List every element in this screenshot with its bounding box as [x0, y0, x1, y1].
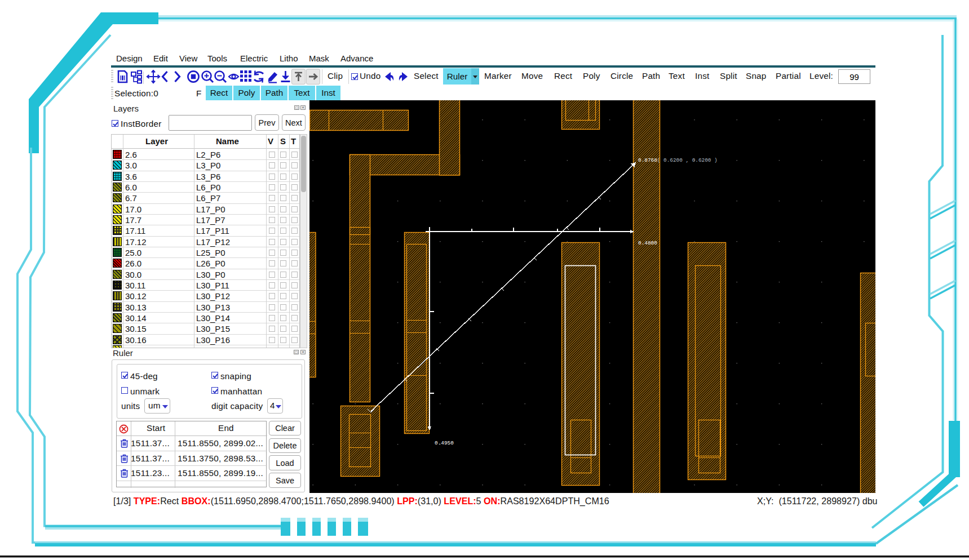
svg-text:0.4800: 0.4800: [638, 240, 657, 246]
svg-text:0.8768( 0.6200 , 0.6200 ): 0.8768( 0.6200 , 0.6200 ): [638, 157, 718, 163]
svg-text:0.4950: 0.4950: [435, 440, 454, 446]
